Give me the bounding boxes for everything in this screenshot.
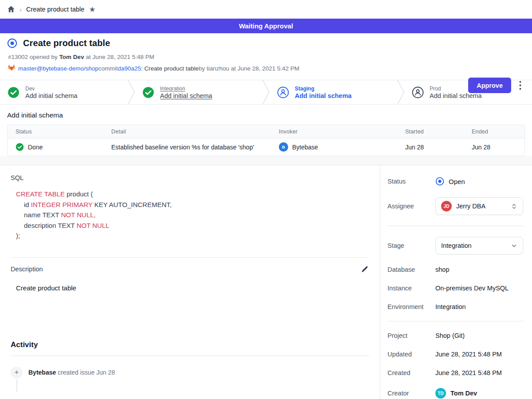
col-started: Started: [397, 129, 464, 135]
opened-at-text: at June 28, 2021 5:48 PM: [84, 54, 154, 60]
col-invoker: Invoker: [271, 129, 397, 135]
status-banner-text: Waiting Approval: [239, 22, 293, 30]
stage-staging[interactable]: Staging Add initial schema: [270, 80, 397, 104]
sql-text: name TEXT: [24, 211, 61, 219]
task-section: Add initial schema Status Detail Invoker…: [0, 105, 532, 165]
issue-open-icon: [7, 38, 17, 48]
stage-row: Stage Integration: [387, 237, 523, 254]
open-status-icon: [435, 177, 444, 186]
stage-separator: [262, 80, 270, 104]
branch-repo-link[interactable]: master@bytebase-demo/shop: [18, 65, 98, 72]
stage-separator: [397, 80, 404, 104]
approve-button[interactable]: Approve: [468, 78, 511, 93]
created-value: June 28, 2021 5:48 PM: [435, 369, 502, 376]
status-value: Open: [435, 177, 465, 186]
task-invoker-cell: B Bytebase: [271, 142, 397, 152]
status-label: Status: [387, 178, 435, 185]
description-label: Description: [11, 266, 43, 273]
database-label: Database: [387, 266, 435, 273]
more-actions-icon[interactable]: [518, 80, 522, 91]
sql-keyword: NOT NULL,: [61, 211, 96, 219]
col-detail: Detail: [103, 129, 271, 135]
creator-label: Creator: [387, 390, 435, 397]
stage-env-label: Staging: [295, 86, 352, 92]
commit-hash-link[interactable]: da90a25: [118, 65, 141, 72]
breadcrumb: › Create product table ★: [0, 0, 532, 19]
created-row: Created June 28, 2021 5:48 PM: [387, 369, 523, 376]
commit-line: master@bytebase-demo/shop commit da90a25…: [8, 64, 521, 72]
table-row[interactable]: Done Established baseline version %s for…: [8, 138, 524, 156]
commit-message: : Create product table: [141, 65, 199, 72]
commit-word: commit: [98, 65, 118, 72]
check-circle-icon: [8, 86, 20, 98]
task-status-cell: Done: [8, 143, 103, 151]
task-ended-cell: Jun 28: [464, 144, 524, 151]
gitlab-icon: [8, 64, 15, 72]
project-row: Project Shop (Git): [387, 332, 523, 339]
section-gap: [0, 156, 532, 165]
commit-byline: by tianzhou at June 28, 2021 5:42 PM: [199, 65, 299, 72]
divider: [387, 321, 523, 321]
avatar: JD: [441, 201, 452, 211]
status-text: Open: [449, 178, 465, 185]
page-title: Create product table: [23, 38, 110, 48]
stage-integration[interactable]: Integration Add initial schema: [135, 80, 262, 104]
instance-value: On-premises Dev MySQL: [435, 285, 509, 292]
assignee-label: Assignee: [387, 203, 435, 210]
task-section-title: Add initial schema: [7, 111, 532, 119]
plus-icon: +: [11, 367, 23, 379]
sql-text: );: [16, 232, 20, 239]
sql-keyword: INTEGER PRIMARY: [31, 201, 93, 208]
person-circle-icon: [412, 86, 424, 98]
star-icon[interactable]: ★: [89, 6, 95, 13]
task-table: Status Detail Invoker Started Ended Done…: [7, 125, 525, 156]
status-row: Status Open: [387, 175, 523, 188]
updated-row: Updated June 28, 2021 5:48 PM: [387, 351, 523, 358]
stage-task-label: Add initial schema: [25, 92, 78, 99]
col-status: Status: [8, 129, 103, 135]
sql-keyword: CREATE TABLE: [16, 190, 65, 198]
stage-task-label: Add initial schema: [160, 92, 212, 99]
stage-separator: [128, 80, 135, 104]
breadcrumb-page-title[interactable]: Create product table: [26, 6, 84, 13]
creator-value: TD Tom Dev: [435, 388, 477, 399]
col-ended: Ended: [464, 129, 524, 135]
environment-value: Integration: [435, 303, 466, 310]
task-table-header: Status Detail Invoker Started Ended: [8, 125, 524, 138]
activity-author: Bytebase: [28, 369, 56, 376]
activity-item: + Bytebase created issue Jun 28: [11, 367, 369, 379]
avatar: B: [279, 142, 288, 152]
opened-by-text: opened by: [28, 54, 59, 60]
stage-env-label: Integration: [160, 86, 212, 92]
issue-sidebar: Status Open Assignee JD Jerry DBA Stage …: [380, 165, 532, 399]
issue-id: #13002: [8, 54, 28, 60]
updated-value: June 28, 2021 5:48 PM: [435, 351, 502, 358]
stage-select[interactable]: Integration: [435, 237, 523, 254]
sql-code-block: CREATE TABLE product (id INTEGER PRIMARY…: [16, 189, 369, 241]
edit-pencil-icon[interactable]: [360, 265, 369, 274]
created-label: Created: [387, 369, 435, 376]
database-value: shop: [435, 266, 449, 273]
description-text: Create product table: [16, 284, 369, 292]
chevron-right-icon: ›: [20, 6, 22, 13]
assignee-row: Assignee JD Jerry DBA: [387, 197, 523, 215]
stage-dev[interactable]: Dev Add initial schema: [0, 80, 128, 104]
environment-label: Environment: [387, 303, 435, 310]
issue-header: Create product table #13002 opened by To…: [0, 33, 532, 80]
home-icon[interactable]: [7, 5, 15, 13]
task-started-cell: Jun 28: [397, 144, 464, 151]
sql-keyword: NOT NULL: [77, 222, 110, 229]
assignee-select[interactable]: JD Jerry DBA: [435, 197, 523, 215]
sql-text: description TEXT: [24, 222, 77, 229]
task-status-text: Done: [28, 144, 43, 151]
invoker-name: Bytebase: [292, 144, 318, 151]
chevron-down-icon: [511, 243, 517, 249]
avatar: TD: [435, 388, 446, 399]
activity-action: created issue: [56, 369, 94, 376]
creator-name: Tom Dev: [450, 390, 477, 397]
stage-pipeline: Dev Add initial schema Integration Add i…: [0, 80, 532, 105]
sql-label: SQL: [11, 174, 369, 181]
instance-row: Instance On-premises Dev MySQL: [387, 285, 523, 292]
sql-text: KEY AUTO_INCREMENT,: [92, 201, 172, 208]
check-circle-icon: [142, 86, 154, 98]
